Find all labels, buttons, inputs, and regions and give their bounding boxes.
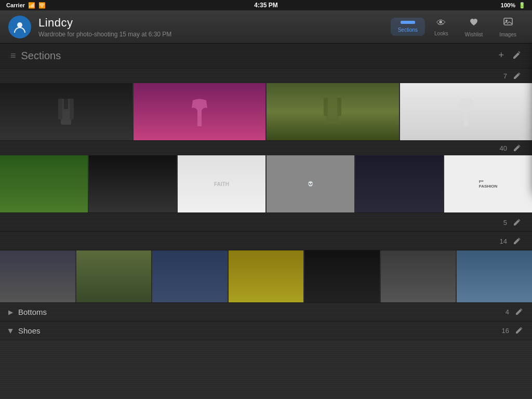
- header-subtitle: Wardrobe for photo-shooting 15 may at 6:…: [38, 31, 383, 38]
- section-5-image-7: [457, 250, 532, 302]
- section-2-image-5: [355, 155, 443, 212]
- section-3-count: 5: [503, 219, 507, 227]
- add-section-button[interactable]: +: [498, 50, 504, 62]
- bottoms-count: 4: [506, 308, 509, 316]
- app-header: Lindcy Wardrobe for photo-shooting 15 ma…: [0, 10, 532, 44]
- bottoms-section-title: Bottoms: [18, 308, 506, 316]
- section-2-image-1: [0, 155, 88, 212]
- svg-rect-1: [504, 18, 512, 25]
- section-4-count: 14: [500, 237, 507, 245]
- shoes-section-title: Shoes: [18, 326, 502, 335]
- status-battery: 100% 🔋: [501, 2, 526, 9]
- section-1-image-1: [0, 83, 132, 140]
- svg-rect-5: [70, 99, 74, 119]
- section-5-image-5: [304, 250, 380, 302]
- section-row-5: [0, 250, 532, 303]
- section-1-edit-button[interactable]: [513, 71, 522, 81]
- section-2-images: FAITH 💀 f**FASHION: [0, 155, 532, 212]
- content-header-actions: +: [498, 50, 522, 62]
- nav-wishlist[interactable]: Wishlist: [458, 14, 490, 41]
- bottoms-section[interactable]: ▶ Bottoms 4: [0, 303, 532, 322]
- nav-looks[interactable]: 👁 Looks: [427, 15, 456, 39]
- section-5-image-1: [0, 250, 75, 302]
- nav-sections-label: Sections: [398, 27, 418, 33]
- content-header-title: Sections: [21, 50, 494, 62]
- section-row-4-header: 14: [0, 232, 532, 250]
- section-4-edit-button[interactable]: [513, 236, 522, 246]
- section-1-image-4: [400, 83, 533, 140]
- svg-rect-7: [326, 98, 339, 124]
- shoes-edit-button[interactable]: [515, 326, 524, 336]
- nav-images-label: Images: [499, 32, 516, 37]
- looks-icon: 👁: [436, 18, 446, 29]
- sections-header-icon: ≡: [10, 50, 16, 61]
- svg-rect-4: [58, 99, 62, 119]
- section-row-2: 40 FAITH 💀: [0, 141, 532, 213]
- header-nav: Sections 👁 Looks Wishlist: [391, 14, 524, 41]
- svg-rect-6: [64, 99, 68, 109]
- section-5-image-2: [76, 250, 152, 302]
- images-icon: [503, 17, 513, 30]
- section-row-1: 7: [0, 69, 532, 141]
- content-panel: ≡ Sections + 7: [0, 44, 532, 399]
- status-carrier: Carrier 📶 🛜: [6, 2, 46, 9]
- header-title: Lindcy: [38, 16, 383, 30]
- wishlist-icon: [469, 17, 479, 30]
- section-2-image-2: [89, 155, 177, 212]
- shoes-toggle-icon: ▶: [7, 328, 15, 333]
- nav-images[interactable]: Images: [492, 14, 524, 41]
- section-2-count: 40: [500, 144, 507, 152]
- status-time: 4:35 PM: [254, 2, 277, 9]
- section-row-3: 5: [0, 213, 532, 232]
- header-title-block: Lindcy Wardrobe for photo-shooting 15 ma…: [38, 16, 383, 38]
- section-row-4: 14: [0, 232, 532, 250]
- section-row-1-header: 7: [0, 69, 532, 83]
- svg-point-0: [17, 22, 22, 28]
- section-5-images: [0, 250, 532, 302]
- content-header: ≡ Sections +: [0, 44, 532, 69]
- shoes-count: 16: [502, 327, 509, 335]
- section-2-image-6: f**FASHION: [444, 155, 532, 212]
- section-1-count: 7: [503, 72, 507, 80]
- bottoms-edit-button[interactable]: [515, 307, 524, 317]
- bottoms-toggle-icon: ▶: [8, 309, 13, 316]
- svg-rect-9: [337, 98, 341, 116]
- section-5-image-4: [229, 250, 304, 302]
- main-area: ≡ Sections + 7: [0, 44, 532, 399]
- nav-wishlist-label: Wishlist: [465, 32, 483, 37]
- section-5-image-6: [381, 250, 456, 302]
- status-bar: Carrier 📶 🛜 4:35 PM 100% 🔋: [0, 0, 532, 10]
- section-2-image-4: 💀: [267, 155, 354, 212]
- shoes-section[interactable]: ▶ Shoes 16: [0, 322, 532, 340]
- nav-sections[interactable]: Sections: [391, 18, 425, 36]
- section-2-edit-button[interactable]: [513, 143, 522, 153]
- svg-rect-8: [324, 98, 328, 116]
- sections-icon: [401, 21, 415, 24]
- edit-section-button[interactable]: [512, 50, 522, 62]
- section-2-image-3: FAITH: [178, 155, 265, 212]
- section-row-3-header: 5: [0, 213, 532, 232]
- section-1-image-2: [134, 83, 266, 140]
- section-1-images: [0, 83, 532, 140]
- nav-looks-label: Looks: [434, 31, 448, 36]
- section-5-image-3: [152, 250, 228, 302]
- section-3-edit-button[interactable]: [513, 218, 522, 228]
- section-1-image-3: [267, 83, 399, 140]
- avatar[interactable]: [8, 16, 31, 38]
- section-row-2-header: 40: [0, 141, 532, 155]
- svg-point-2: [506, 20, 508, 22]
